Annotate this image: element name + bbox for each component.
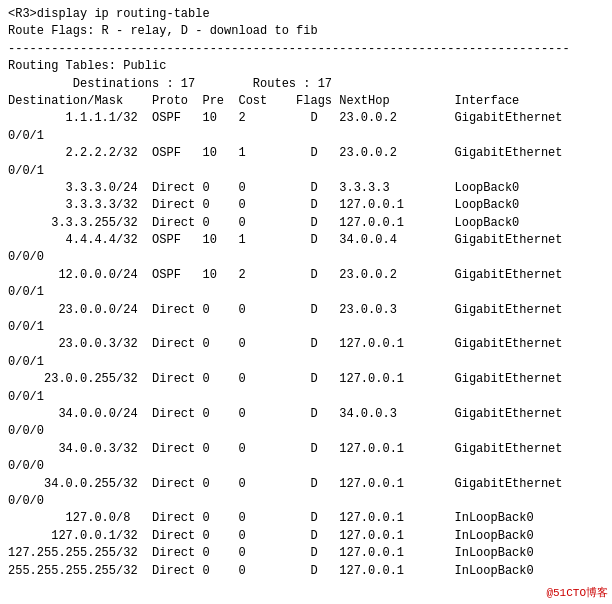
terminal-line: 34.0.0.0/24 Direct 0 0 D 34.0.0.3 Gigabi… <box>8 406 604 423</box>
terminal-line: Destinations : 17 Routes : 17 <box>8 76 604 93</box>
terminal-line: 127.0.0.1/32 Direct 0 0 D 127.0.0.1 InLo… <box>8 528 604 545</box>
terminal-line: 23.0.0.3/32 Direct 0 0 D 127.0.0.1 Gigab… <box>8 336 604 353</box>
terminal-line: 0/0/1 <box>8 354 604 371</box>
terminal-line: 127.0.0/8 Direct 0 0 D 127.0.0.1 InLoopB… <box>8 510 604 527</box>
terminal-line: 4.4.4.4/32 OSPF 10 1 D 34.0.0.4 GigabitE… <box>8 232 604 249</box>
terminal-line: 2.2.2.2/32 OSPF 10 1 D 23.0.0.2 GigabitE… <box>8 145 604 162</box>
terminal-line: Destination/Mask Proto Pre Cost Flags Ne… <box>8 93 604 110</box>
terminal-line: 0/0/0 <box>8 423 604 440</box>
terminal-line: 23.0.0.0/24 Direct 0 0 D 23.0.0.3 Gigabi… <box>8 302 604 319</box>
terminal-line: 34.0.0.255/32 Direct 0 0 D 127.0.0.1 Gig… <box>8 476 604 493</box>
terminal-line: 0/0/1 <box>8 163 604 180</box>
terminal-line: 34.0.0.3/32 Direct 0 0 D 127.0.0.1 Gigab… <box>8 441 604 458</box>
terminal-line: 127.255.255.255/32 Direct 0 0 D 127.0.0.… <box>8 545 604 562</box>
watermark: @51CTO博客 <box>546 585 608 600</box>
terminal-line: 1.1.1.1/32 OSPF 10 2 D 23.0.0.2 GigabitE… <box>8 110 604 127</box>
terminal-line: 0/0/1 <box>8 284 604 301</box>
terminal-line: 23.0.0.255/32 Direct 0 0 D 127.0.0.1 Gig… <box>8 371 604 388</box>
terminal-line: 3.3.3.255/32 Direct 0 0 D 127.0.0.1 Loop… <box>8 215 604 232</box>
terminal-line: 3.3.3.3/32 Direct 0 0 D 127.0.0.1 LoopBa… <box>8 197 604 214</box>
terminal-line: 255.255.255.255/32 Direct 0 0 D 127.0.0.… <box>8 563 604 580</box>
terminal-line: 0/0/0 <box>8 249 604 266</box>
terminal-line: Route Flags: R - relay, D - download to … <box>8 23 604 40</box>
terminal-line: Routing Tables: Public <box>8 58 604 75</box>
terminal-line: 12.0.0.0/24 OSPF 10 2 D 23.0.0.2 Gigabit… <box>8 267 604 284</box>
terminal-line: ----------------------------------------… <box>8 41 604 58</box>
terminal-window: <R3>display ip routing-tableRoute Flags:… <box>0 0 612 604</box>
terminal-line: 3.3.3.0/24 Direct 0 0 D 3.3.3.3 LoopBack… <box>8 180 604 197</box>
terminal-line: 0/0/0 <box>8 493 604 510</box>
terminal-line: 0/0/0 <box>8 458 604 475</box>
terminal-line: 0/0/1 <box>8 128 604 145</box>
terminal-line: 0/0/1 <box>8 389 604 406</box>
terminal-line: 0/0/1 <box>8 319 604 336</box>
terminal-line: <R3>display ip routing-table <box>8 6 604 23</box>
